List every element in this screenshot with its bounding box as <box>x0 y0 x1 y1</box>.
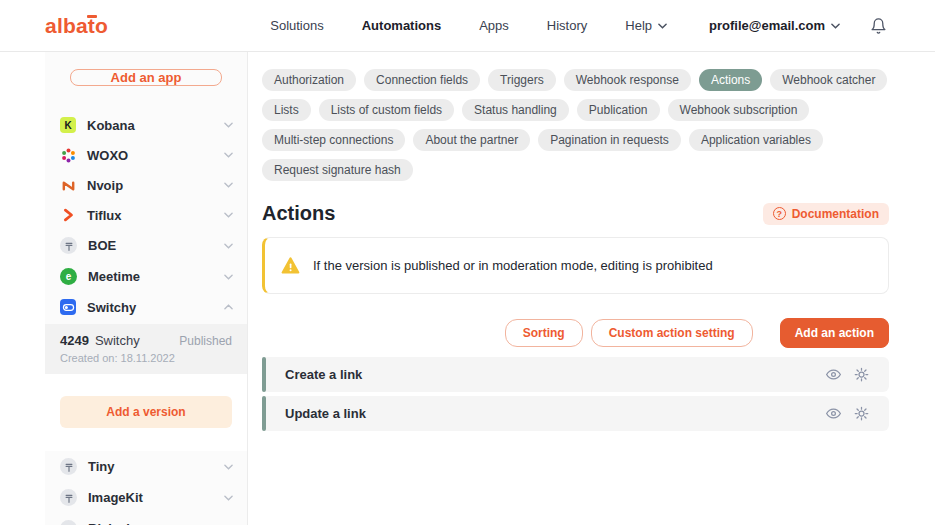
chip-lists[interactable]: Lists <box>262 99 311 121</box>
notifications-bell-icon[interactable] <box>870 17 887 35</box>
settings-gear-icon[interactable] <box>854 406 869 421</box>
top-navbar: albato Solutions Automations Apps Histor… <box>0 0 935 52</box>
view-eye-icon[interactable] <box>826 406 841 421</box>
nav-item-history[interactable]: History <box>547 18 587 33</box>
chip-request-signature-hash[interactable]: Request signature hash <box>262 159 413 181</box>
kobana-app-icon: K <box>60 117 76 133</box>
chip-webhook-catcher[interactable]: Webhook catcher <box>770 69 887 91</box>
page-layout: Add an app K Kobana WOXO Nvoip <box>0 52 935 525</box>
chevron-down-icon <box>831 23 840 29</box>
sidebar-item-tiny[interactable]: Tiny <box>45 451 247 482</box>
sidebar-item-imagekit[interactable]: ImageKit <box>45 482 247 513</box>
switchy-app-icon <box>60 299 76 315</box>
warning-banner: If the version is published or in modera… <box>262 237 889 294</box>
switchy-version-block[interactable]: 4249 Switchy Published Created on: 18.11… <box>45 324 247 374</box>
sidebar-item-rickai[interactable]: Rick.ai <box>45 513 247 525</box>
default-app-icon <box>60 237 77 254</box>
default-app-icon <box>60 520 77 525</box>
version-app-name: Switchy <box>95 333 140 348</box>
chevron-down-icon[interactable] <box>224 495 233 501</box>
albato-logo[interactable]: albato <box>45 14 108 38</box>
tiflux-app-icon <box>60 207 76 223</box>
settings-gear-icon[interactable] <box>854 367 869 382</box>
sidebar-item-kobana[interactable]: K Kobana <box>45 110 247 140</box>
chip-pagination-in-requests[interactable]: Pagination in requests <box>538 129 681 151</box>
add-version-button[interactable]: Add a version <box>60 396 232 428</box>
action-row-create-a-link[interactable]: Create a link <box>262 357 889 392</box>
warning-triangle-icon <box>281 257 300 274</box>
nav-item-solutions[interactable]: Solutions <box>270 18 323 33</box>
actions-list: Create a link Update a link <box>262 357 889 431</box>
version-row: 4249 Switchy Published <box>60 333 232 348</box>
woxo-app-icon <box>60 147 76 163</box>
chip-triggers[interactable]: Triggers <box>488 69 556 91</box>
meetime-app-icon: e <box>60 268 77 285</box>
chevron-down-icon[interactable] <box>224 152 233 158</box>
chip-about-the-partner[interactable]: About the partner <box>413 129 530 151</box>
version-id: 4249 <box>60 333 89 348</box>
row-icons <box>826 367 869 382</box>
question-circle-icon <box>773 207 786 220</box>
chevron-down-icon[interactable] <box>224 464 233 470</box>
chip-actions-selected[interactable]: Actions <box>699 69 762 91</box>
nvoip-app-icon <box>60 177 76 193</box>
chevron-down-icon[interactable] <box>224 243 233 249</box>
chevron-down-icon <box>658 23 667 29</box>
actions-toolbar: Sorting Custom action setting Add an act… <box>262 318 889 348</box>
chip-lists-of-custom-fields[interactable]: Lists of custom fields <box>319 99 454 121</box>
nav-item-automations[interactable]: Automations <box>362 18 441 33</box>
sidebar-item-nvoip[interactable]: Nvoip <box>45 170 247 200</box>
main-nav: Solutions Automations Apps History Help … <box>270 17 887 35</box>
row-icons <box>826 406 869 421</box>
chip-authorization[interactable]: Authorization <box>262 69 356 91</box>
action-row-update-a-link[interactable]: Update a link <box>262 396 889 431</box>
chip-application-variables[interactable]: Application variables <box>689 129 823 151</box>
sidebar-item-switchy[interactable]: Switchy <box>45 292 247 322</box>
chip-publication[interactable]: Publication <box>577 99 660 121</box>
add-action-button[interactable]: Add an action <box>780 318 889 348</box>
add-version-area: Add a version <box>45 374 247 451</box>
chevron-down-icon[interactable] <box>224 182 233 188</box>
chip-connection-fields[interactable]: Connection fields <box>364 69 480 91</box>
sidebar-item-meetime[interactable]: e Meetime <box>45 261 247 292</box>
default-app-icon <box>60 489 77 506</box>
warning-text: If the version is published or in modera… <box>313 258 713 273</box>
title-row: Actions Documentation <box>262 202 889 225</box>
chip-webhook-response[interactable]: Webhook response <box>564 69 691 91</box>
sidebar-item-woxo[interactable]: WOXO <box>45 140 247 170</box>
nav-item-help[interactable]: Help <box>625 18 667 33</box>
chip-status-handling[interactable]: Status handling <box>462 99 569 121</box>
view-eye-icon[interactable] <box>826 367 841 382</box>
main-content: Authorization Connection fields Triggers… <box>248 52 935 525</box>
chevron-down-icon[interactable] <box>224 122 233 128</box>
app-list: K Kobana WOXO Nvoip <box>45 110 247 525</box>
section-tag-chips: Authorization Connection fields Triggers… <box>262 69 889 181</box>
add-app-button[interactable]: Add an app <box>70 69 222 86</box>
apps-sidebar: Add an app K Kobana WOXO Nvoip <box>45 52 248 525</box>
version-status-badge: Published <box>179 334 232 348</box>
sidebar-item-tiflux[interactable]: Tiflux <box>45 200 247 230</box>
chevron-down-icon[interactable] <box>224 274 233 280</box>
chevron-up-icon[interactable] <box>224 304 233 310</box>
version-created-date: Created on: 18.11.2022 <box>60 352 232 364</box>
sorting-button[interactable]: Sorting <box>505 319 583 347</box>
documentation-link[interactable]: Documentation <box>763 203 889 225</box>
profile-menu[interactable]: profile@email.com <box>709 18 840 33</box>
custom-action-setting-button[interactable]: Custom action setting <box>591 319 753 347</box>
left-gutter <box>0 52 45 525</box>
chip-multi-step-connections[interactable]: Multi-step connections <box>262 129 405 151</box>
sidebar-item-boe[interactable]: BOE <box>45 230 247 261</box>
chevron-down-icon[interactable] <box>224 212 233 218</box>
page-title: Actions <box>262 202 335 225</box>
chip-webhook-subscription[interactable]: Webhook subscription <box>668 99 810 121</box>
nav-item-apps[interactable]: Apps <box>479 18 509 33</box>
default-app-icon <box>60 458 77 475</box>
